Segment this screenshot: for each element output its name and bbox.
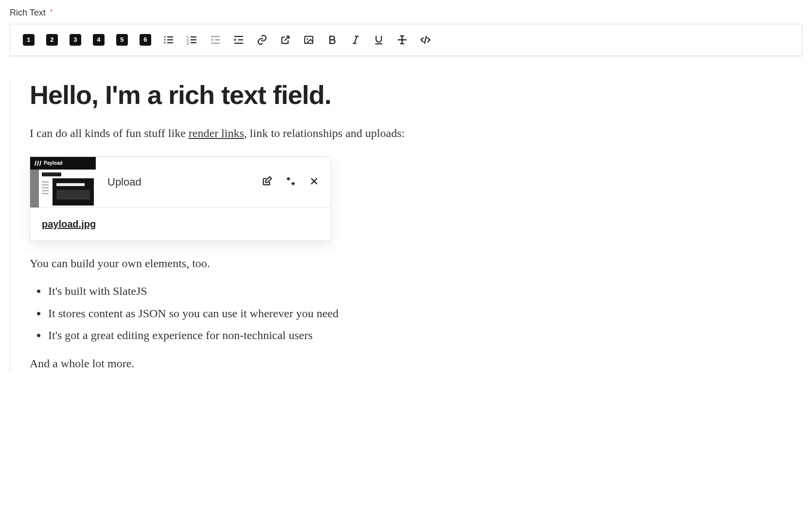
content-paragraph-2[interactable]: You can build your own elements, too. xyxy=(30,256,783,272)
list-item[interactable]: It's built with SlateJS xyxy=(47,280,783,303)
editor-toolbar: 1 2 3 4 5 6 123 xyxy=(10,24,802,56)
svg-line-23 xyxy=(354,36,357,44)
svg-line-18 xyxy=(284,36,289,41)
content-heading[interactable]: Hello, I'm a rich text field. xyxy=(30,80,783,110)
close-icon xyxy=(309,176,319,186)
inline-link[interactable]: render links xyxy=(189,127,244,139)
code-icon xyxy=(420,34,431,46)
heading-6-button[interactable]: 6 xyxy=(139,33,152,47)
link-button[interactable] xyxy=(255,33,269,47)
svg-point-2 xyxy=(164,42,166,44)
bullet-list-button[interactable] xyxy=(162,33,176,47)
upload-filename-link[interactable]: payload.jpg xyxy=(42,219,96,229)
content-bullet-list[interactable]: It's built with SlateJS It stores conten… xyxy=(47,280,783,347)
ordered-list-icon: 123 xyxy=(186,34,198,46)
svg-point-0 xyxy=(164,36,166,38)
field-label-text: Rich Text xyxy=(10,8,46,17)
italic-icon xyxy=(350,34,361,45)
edit-icon xyxy=(262,176,272,187)
svg-point-20 xyxy=(307,38,308,40)
heading-2-button[interactable]: 2 xyxy=(45,33,59,47)
bullet-list-icon xyxy=(163,34,175,46)
image-button[interactable] xyxy=(302,33,316,47)
underline-button[interactable] xyxy=(372,33,386,47)
upload-swap-button[interactable] xyxy=(285,175,297,189)
swap-icon xyxy=(285,175,297,187)
external-link-icon xyxy=(280,34,291,45)
required-indicator: * xyxy=(50,8,53,16)
heading-3-button[interactable]: 3 xyxy=(69,33,82,47)
heading-4-button[interactable]: 4 xyxy=(92,33,106,47)
strikethrough-button[interactable] xyxy=(395,33,409,47)
heading-5-button[interactable]: 5 xyxy=(115,33,129,47)
outdent-icon xyxy=(210,34,221,46)
editor-body[interactable]: Hello, I'm a rich text field. I can do a… xyxy=(10,56,802,395)
list-item[interactable]: It's got a great editing experience for … xyxy=(47,325,783,347)
external-link-button[interactable] xyxy=(279,33,292,47)
svg-text:3: 3 xyxy=(187,42,189,45)
upload-edit-button[interactable] xyxy=(262,176,272,188)
upload-thumbnail: Payload xyxy=(30,157,96,207)
field-label: Rich Text * xyxy=(10,8,802,18)
heading-1-button[interactable]: 1 xyxy=(22,33,35,47)
indent-button[interactable] xyxy=(232,33,246,47)
indent-icon xyxy=(233,34,245,46)
ordered-list-button[interactable]: 123 xyxy=(185,33,199,47)
outdent-button[interactable] xyxy=(209,33,222,47)
link-icon xyxy=(256,34,268,46)
rich-text-editor: 1 2 3 4 5 6 123 xyxy=(10,24,802,56)
underline-icon xyxy=(373,34,384,45)
svg-text:1: 1 xyxy=(187,35,189,38)
upload-title: Upload xyxy=(107,176,141,188)
bold-icon xyxy=(327,34,337,45)
paragraph-text: , link to relationships and uploads: xyxy=(244,127,405,139)
strikethrough-icon xyxy=(396,34,408,46)
upload-remove-button[interactable] xyxy=(309,176,319,188)
list-item[interactable]: It stores content as JSON so you can use… xyxy=(47,303,783,325)
svg-point-1 xyxy=(164,39,166,41)
svg-line-26 xyxy=(424,36,426,44)
image-icon xyxy=(303,34,314,45)
content-paragraph-3[interactable]: And a whole lot more. xyxy=(30,356,783,372)
svg-text:2: 2 xyxy=(187,38,189,42)
italic-button[interactable] xyxy=(349,33,362,47)
bold-button[interactable] xyxy=(325,33,339,47)
paragraph-text: I can do all kinds of fun stuff like xyxy=(30,127,189,139)
upload-block: Payload Upload xyxy=(30,156,331,241)
code-button[interactable] xyxy=(419,33,432,47)
content-paragraph-1[interactable]: I can do all kinds of fun stuff like ren… xyxy=(30,125,783,142)
